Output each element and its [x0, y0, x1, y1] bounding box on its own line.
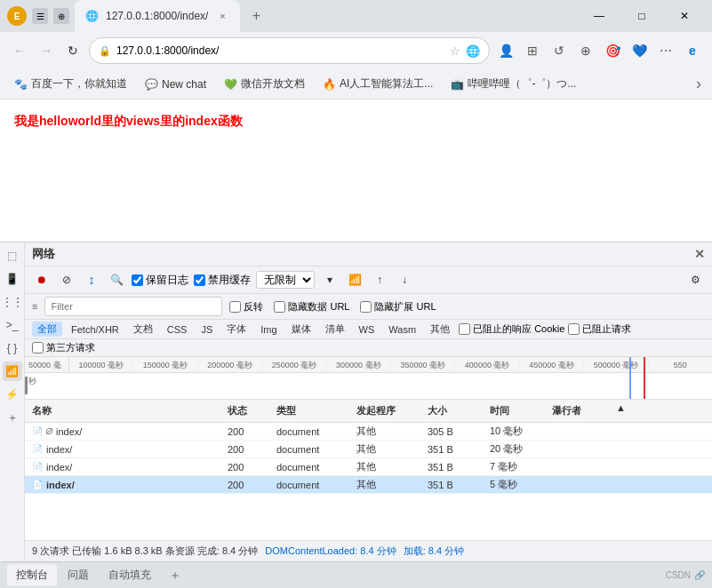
- col-header-status[interactable]: 状态: [220, 402, 269, 419]
- type-btn-ws[interactable]: WS: [354, 323, 380, 336]
- type-btn-manifest[interactable]: 清单: [320, 322, 350, 337]
- extension4-icon[interactable]: 🎯: [600, 38, 625, 63]
- toolbar-extra-icons: 👤 ⊞ ↺ ⊕ 🎯 💙 ⋯ e: [493, 38, 705, 63]
- filter-icon: ≡: [32, 301, 37, 312]
- refresh-btn[interactable]: ↻: [60, 38, 85, 63]
- search-btn[interactable]: 🔍: [107, 270, 126, 290]
- devtools-toolbar1: ⏺ ⊘ ↕ 🔍 保留日志 禁用缓存 无限制 ▾ 📶 ↑ ↓ ⚙: [25, 266, 712, 294]
- new-tab-plus[interactable]: +: [244, 4, 268, 28]
- col-header-actor[interactable]: 瀑行者: [545, 402, 616, 419]
- bookmark-newchat[interactable]: 💬 New chat: [138, 75, 213, 94]
- extension5-icon[interactable]: 💙: [627, 38, 652, 63]
- extension1-icon[interactable]: ⊞: [520, 38, 545, 63]
- address-bar[interactable]: 🔒 127.0.0.1:8000/index/ ☆ 🌐: [89, 37, 490, 64]
- new-tab-btn[interactable]: ⊕: [53, 8, 69, 24]
- type-btn-fetch[interactable]: Fetch/XHR: [66, 323, 124, 336]
- doc-icon-2: 📄: [32, 462, 43, 472]
- blocked-cookie-checkbox[interactable]: 已阻止的响应 Cookie: [459, 322, 564, 336]
- active-tab[interactable]: 🌐 127.0.0.1:8000/index/ ×: [75, 0, 240, 32]
- table-row[interactable]: 📄 ⊘ index/ 200 document 其他 305 B 10 毫秒: [25, 423, 712, 441]
- filter-input[interactable]: [44, 297, 222, 316]
- sidebar-elements-icon[interactable]: ⋮⋮: [3, 292, 22, 312]
- tab-close-btn[interactable]: ×: [215, 9, 229, 23]
- type-btn-doc[interactable]: 文档: [128, 322, 158, 337]
- row-status-1: 200: [220, 442, 269, 457]
- bookmark-wechat[interactable]: 💚 微信开放文档: [217, 73, 312, 95]
- devtools-close-btn[interactable]: ✕: [694, 247, 705, 261]
- row-actor-1: [545, 448, 616, 451]
- bookmark-baidu[interactable]: 🐾 百度一下，你就知道: [7, 73, 134, 95]
- type-btn-css[interactable]: CSS: [162, 323, 193, 336]
- forward-btn[interactable]: →: [34, 38, 59, 63]
- export-up-btn[interactable]: ↑: [370, 270, 389, 290]
- extension2-icon[interactable]: ↺: [547, 38, 572, 63]
- disable-cache-checkbox[interactable]: 禁用缓存: [194, 273, 251, 288]
- tab-autofill[interactable]: 自动填充: [100, 564, 160, 586]
- sidebar-device-icon[interactable]: 📱: [3, 269, 22, 289]
- star-icon[interactable]: ☆: [450, 44, 460, 58]
- bookmark-ai-icon: 🔥: [323, 78, 336, 91]
- profile-icon[interactable]: 👤: [493, 38, 518, 63]
- type-btn-js[interactable]: JS: [196, 323, 218, 336]
- invert-checkbox[interactable]: 反转: [229, 300, 263, 314]
- back-btn[interactable]: ←: [7, 38, 32, 63]
- row-actor-2: [545, 465, 616, 469]
- table-row[interactable]: 📄 index/ 200 document 其他 351 B 20 毫秒: [25, 441, 712, 458]
- import-btn[interactable]: ↕: [82, 270, 101, 290]
- record-btn[interactable]: ⏺: [32, 270, 52, 290]
- sidebar-inspect-icon[interactable]: ⬚: [3, 246, 22, 266]
- row-size-1: 351 B: [420, 442, 483, 457]
- row-time-2: 7 毫秒: [483, 458, 545, 475]
- status-requests: 9 次请求 已传输 1.6 kB 8.3 kB 条资源 完成: 8.4 分钟: [32, 544, 258, 558]
- settings-btn[interactable]: ⚙: [685, 270, 705, 290]
- col-header-size[interactable]: 大小: [420, 402, 483, 419]
- third-party-checkbox[interactable]: 第三方请求: [32, 341, 705, 354]
- col-header-initiator[interactable]: 发起程序: [349, 402, 420, 419]
- export-down-btn[interactable]: ↓: [395, 270, 414, 290]
- throttle-select[interactable]: 无限制: [256, 271, 315, 289]
- type-btn-font[interactable]: 字体: [221, 322, 252, 337]
- clear-btn[interactable]: ⊘: [57, 270, 76, 290]
- type-btn-media[interactable]: 媒体: [286, 322, 316, 337]
- blocked-request-checkbox[interactable]: 已阻止请求: [568, 322, 631, 336]
- bookmarks-more-btn[interactable]: ›: [692, 73, 705, 95]
- bookmark-ai-label: AI人工智能算法工...: [340, 76, 433, 91]
- table-row[interactable]: 📄 index/ 200 document 其他 351 B 5 毫秒: [25, 476, 712, 494]
- sidebar-console-icon[interactable]: >_: [3, 315, 22, 335]
- hide-data-url-checkbox[interactable]: 隐藏数据 URL: [274, 300, 349, 314]
- wifi-icon[interactable]: 📶: [345, 270, 364, 290]
- add-tab-btn[interactable]: ＋: [162, 564, 188, 587]
- type-btn-other[interactable]: 其他: [425, 322, 455, 337]
- close-btn[interactable]: ✕: [664, 0, 705, 32]
- more-options-btn[interactable]: ⋯: [653, 38, 678, 63]
- col-header-time[interactable]: 时间: [483, 402, 545, 419]
- doc-icon-3: 📄: [32, 480, 43, 489]
- row-initiator-3: 其他: [349, 476, 420, 493]
- sidebar-sources-icon[interactable]: { }: [3, 338, 22, 358]
- tab-issues[interactable]: 问题: [59, 564, 98, 586]
- tab-container: 🌐 127.0.0.1:8000/index/ × +: [75, 0, 573, 32]
- col-header-type[interactable]: 类型: [269, 402, 349, 419]
- network-table-container[interactable]: 名称 状态 类型 发起程序 大小 时间 瀑行者 ▲ 📄 ⊘ index/: [25, 400, 712, 540]
- tab-console[interactable]: 控制台: [7, 564, 57, 586]
- edge-icon[interactable]: e: [680, 38, 705, 63]
- sidebar-performance-icon[interactable]: ⚡: [3, 385, 22, 404]
- extension3-icon[interactable]: ⊕: [573, 38, 598, 63]
- keep-log-checkbox[interactable]: 保留日志: [132, 273, 188, 288]
- type-btn-img[interactable]: Img: [255, 323, 282, 336]
- type-btn-wasm[interactable]: Wasm: [383, 323, 421, 336]
- col-header-name[interactable]: 名称: [25, 402, 220, 419]
- table-row[interactable]: 📄 index/ 200 document 其他 351 B 7 毫秒: [25, 458, 712, 476]
- sidebar-network-icon[interactable]: 📶: [3, 362, 22, 381]
- type-btn-all[interactable]: 全部: [32, 322, 62, 337]
- devtools-body: ⬚ 📱 ⋮⋮ >_ { } 📶 ⚡ ＋ 网络 ✕ ⏺ ⊘ ↕ 🔍 保留: [0, 242, 712, 561]
- tab-list-btn[interactable]: ☰: [32, 8, 48, 24]
- bookmark-bilibili[interactable]: 📺 哔哩哔哩（゜-゜）つ...: [444, 73, 583, 95]
- bookmark-ai[interactable]: 🔥 AI人工智能算法工...: [316, 73, 440, 95]
- minimize-btn[interactable]: —: [579, 0, 620, 32]
- sidebar-add-icon[interactable]: ＋: [3, 408, 22, 427]
- throttle-icon[interactable]: ▾: [320, 270, 340, 290]
- row-status-0: 200: [220, 425, 269, 439]
- hide-ext-url-checkbox[interactable]: 隐藏扩展 URL: [360, 300, 436, 314]
- maximize-btn[interactable]: □: [621, 0, 662, 32]
